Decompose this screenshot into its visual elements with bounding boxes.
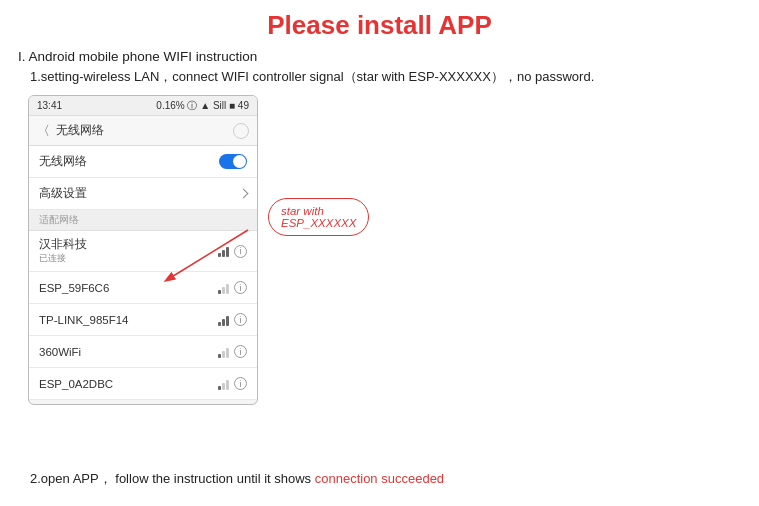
info-icon-esp0a2dbc[interactable]: i xyxy=(234,377,247,390)
esp59f6c6-label: ESP_59F6C6 xyxy=(39,282,218,294)
wifi-label: 无线网络 xyxy=(39,154,219,169)
advanced-chevron xyxy=(240,190,247,197)
wifi-row[interactable]: 无线网络 xyxy=(29,146,257,178)
callout-line2: ESP_XXXXXX xyxy=(281,217,356,229)
info-icon[interactable]: i xyxy=(234,245,247,258)
wifi-tplink-row[interactable]: TP-LINK_985F14 i xyxy=(29,304,257,336)
phone-status-bar: 13:41 0.16% ⓘ ▲ Sill ■ 49 xyxy=(29,96,257,116)
connected-label: 已连接 xyxy=(39,252,218,265)
wifi-bars-tplink xyxy=(218,314,229,326)
callout-bubble: star with ESP_XXXXXX xyxy=(268,198,369,236)
esp0a2dbc-label: ESP_0A2DBC xyxy=(39,378,218,390)
advanced-settings-label: 高级设置 xyxy=(39,186,240,201)
tplink-label: TP-LINK_985F14 xyxy=(39,314,218,326)
status-right: 0.16% ⓘ ▲ Sill ■ 49 xyxy=(156,99,249,113)
info-icon-esp59[interactable]: i xyxy=(234,281,247,294)
360wifi-row-right: i xyxy=(218,345,247,358)
wifi-esp0a2dbc-row[interactable]: ESP_0A2DBC i xyxy=(29,368,257,400)
tplink-row-right: i xyxy=(218,313,247,326)
wifi-network-hanfei-label: 汉非科技 已连接 xyxy=(39,237,218,265)
info-icon-360[interactable]: i xyxy=(234,345,247,358)
step2-red-text: connection succeeded xyxy=(315,471,444,486)
phone-nav-bar: 〈 无线网络 xyxy=(29,116,257,146)
callout-line1: star with xyxy=(281,205,324,217)
phone-mockup: 13:41 0.16% ⓘ ▲ Sill ■ 49 〈 无线网络 无线网络 高级… xyxy=(28,95,258,405)
wifi-toggle-right xyxy=(219,154,247,169)
step2-instruction: 2.open APP， follow the instruction until… xyxy=(0,462,759,492)
wifi-esp59f6c6-row[interactable]: ESP_59F6C6 i xyxy=(29,272,257,304)
wifi-bars-esp0a2dbc xyxy=(218,378,229,390)
esp59f6c6-row-right: i xyxy=(218,281,247,294)
wifi-bars-360 xyxy=(218,346,229,358)
back-icon[interactable]: 〈 xyxy=(37,122,50,140)
section-divider: 适配网络 xyxy=(29,210,257,231)
wifi-360-row[interactable]: 360WiFi i xyxy=(29,336,257,368)
esp0a2dbc-row-right: i xyxy=(218,377,247,390)
status-time: 13:41 xyxy=(37,100,62,111)
nav-toggle xyxy=(233,123,249,139)
wifi-network-hanfei-row[interactable]: 汉非科技 已连接 i xyxy=(29,231,257,272)
360wifi-label: 360WiFi xyxy=(39,346,218,358)
wifi-bars-full xyxy=(218,245,229,257)
advanced-settings-row[interactable]: 高级设置 xyxy=(29,178,257,210)
nav-title: 无线网络 xyxy=(56,122,104,139)
chevron-right-icon xyxy=(239,189,249,199)
step1-instruction: 1.setting-wireless LAN，connect WIFI cont… xyxy=(0,66,759,90)
info-icon-tplink[interactable]: i xyxy=(234,313,247,326)
page-title: Please install APP xyxy=(0,0,759,47)
hanfei-row-right: i xyxy=(218,245,247,258)
section-header: I. Android mobile phone WIFI instruction xyxy=(0,47,759,66)
wifi-toggle[interactable] xyxy=(219,154,247,169)
wifi-bars-weak xyxy=(218,282,229,294)
